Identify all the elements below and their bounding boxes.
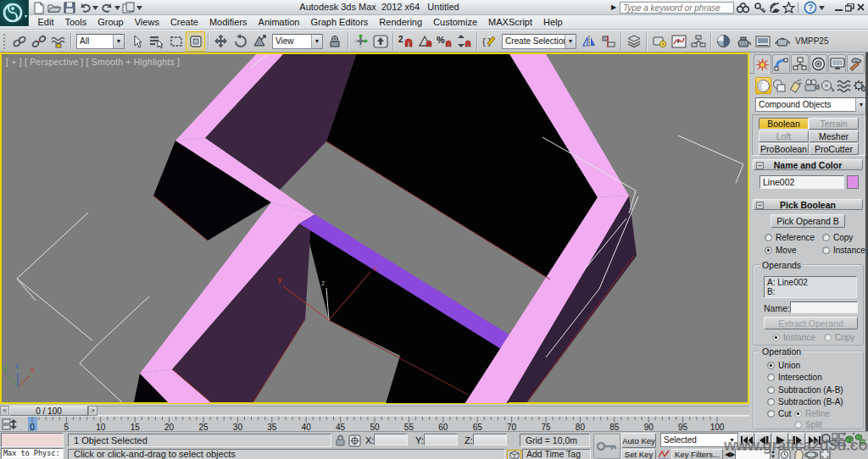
new-file-button[interactable]: [31, 1, 47, 14]
operands-list[interactable]: A: Line002B:: [764, 276, 857, 298]
radio-refine[interactable]: Refine: [794, 409, 830, 418]
select-and-link-button[interactable]: [9, 31, 29, 52]
time-slider-track[interactable]: [97, 406, 749, 416]
tab-utilities[interactable]: [847, 54, 865, 72]
x-coordinate-field[interactable]: [374, 434, 408, 445]
menu-edit[interactable]: Edit: [32, 15, 59, 30]
scene-switcher-button[interactable]: [121, 1, 136, 14]
use-pivot-center-button[interactable]: [326, 31, 345, 52]
select-and-move-button[interactable]: [211, 31, 231, 52]
tab-motion[interactable]: [810, 54, 827, 72]
operand-item[interactable]: B:: [767, 287, 854, 296]
radio-copy[interactable]: Copy: [824, 333, 854, 342]
track-bar-ruler[interactable]: 0510152025303540455055606570758085909510…: [22, 417, 749, 432]
snaps-toggle-button[interactable]: 2: [396, 31, 415, 52]
radio-instance[interactable]: Instance: [772, 333, 815, 342]
category-shapes[interactable]: [771, 77, 787, 94]
category-helpers[interactable]: [820, 77, 836, 94]
key-mode-toggle-button[interactable]: [593, 434, 620, 459]
menu-views[interactable]: Views: [129, 15, 164, 30]
menu-modifiers[interactable]: Modifiers: [203, 15, 253, 30]
tripod-x-axis[interactable]: [18, 376, 30, 387]
selection-filter-combo[interactable]: All▼: [76, 34, 125, 49]
extract-operand-button[interactable]: Extract Operand: [764, 317, 858, 329]
key-filters-button[interactable]: Key Filters...: [671, 449, 723, 459]
minimize-button[interactable]: [833, 1, 844, 14]
selection-lock-icon[interactable]: [334, 434, 347, 446]
toolbar-grip[interactable]: [3, 34, 8, 49]
operand-name-field[interactable]: [790, 301, 858, 313]
favorites-star-button[interactable]: [782, 1, 796, 14]
menu-rendering[interactable]: Rendering: [374, 15, 428, 30]
pick-operand-b-button[interactable]: Pick Operand B: [771, 214, 845, 228]
subcategory-dropdown[interactable]: Compound Objects ▼: [755, 97, 867, 112]
align-button[interactable]: [598, 31, 618, 52]
menu-customize[interactable]: Customize: [428, 15, 483, 30]
graphite-toolbar-button[interactable]: [649, 31, 669, 52]
maxscript-mini-listener[interactable]: Max to Physc:: [1, 448, 64, 459]
wall-middle-north-face[interactable]: [303, 219, 509, 403]
radio-copy[interactable]: Copy: [822, 233, 853, 242]
layer-manager-button[interactable]: [624, 31, 643, 52]
radio-move[interactable]: Move: [765, 246, 796, 255]
time-tag-cube-icon[interactable]: [507, 450, 521, 459]
search-input[interactable]: [620, 3, 733, 14]
select-object-button[interactable]: [127, 31, 147, 52]
close-button[interactable]: [855, 1, 866, 14]
absolute-mode-icon[interactable]: [348, 434, 361, 446]
radio-split[interactable]: Split: [794, 420, 821, 429]
object-type-procutter-button[interactable]: ProCutter: [809, 143, 859, 155]
rectangular-selection-region-button[interactable]: [166, 31, 186, 52]
auto-key-button[interactable]: Auto Key: [621, 433, 656, 448]
caret-down-icon[interactable]: [136, 6, 143, 10]
tab-create[interactable]: [754, 54, 771, 74]
object-type-mesher-button[interactable]: Mesher: [809, 130, 859, 142]
application-menu-button[interactable]: ▾: [0, 0, 29, 26]
previous-frame-button[interactable]: <: [0, 406, 9, 416]
radio-subtraction-a-b-[interactable]: Subtraction (A-B): [767, 385, 843, 395]
unlink-selection-button[interactable]: [29, 31, 48, 52]
radio-instance[interactable]: Instance: [822, 246, 865, 255]
caret-down-icon[interactable]: [92, 6, 99, 10]
set-key-button[interactable]: Set Key: [621, 449, 656, 459]
menu-group[interactable]: Group: [92, 15, 130, 30]
search-box[interactable]: [620, 2, 734, 14]
menu-tools[interactable]: Tools: [59, 15, 92, 30]
category-spacewarps[interactable]: [836, 77, 852, 94]
select-and-manipulate-button[interactable]: [351, 31, 370, 52]
time-slider-handle[interactable]: 0 / 100: [9, 406, 88, 416]
curve-editor-button[interactable]: [669, 31, 688, 52]
mirror-button[interactable]: [579, 31, 598, 52]
radio-reference[interactable]: Reference: [765, 233, 815, 242]
redo-button[interactable]: [99, 1, 114, 14]
keyshortcut-button[interactable]: [753, 1, 767, 14]
render-setup-button[interactable]: [733, 31, 753, 52]
menu-help[interactable]: Help: [538, 15, 569, 30]
object-type-proboolean-button[interactable]: ProBoolean: [759, 143, 809, 155]
window-crossing-button[interactable]: [186, 31, 205, 52]
key-filter-curve-icon[interactable]: [658, 449, 670, 459]
category-geometry[interactable]: [755, 77, 771, 94]
help-caret-icon[interactable]: [818, 1, 826, 14]
z-coordinate-field[interactable]: [473, 434, 507, 445]
add-time-tag[interactable]: Add Time Tag: [522, 449, 591, 459]
maxscript-mini-listener-macro[interactable]: [1, 433, 64, 447]
radio-cut[interactable]: Cut: [767, 409, 792, 418]
radio-subtraction-b-a-[interactable]: Subtraction (B-A): [767, 397, 843, 406]
reference-coordinate-combo[interactable]: View▼: [272, 34, 323, 49]
schematic-view-button[interactable]: [688, 31, 708, 52]
category-cameras[interactable]: [804, 77, 820, 94]
undo-button[interactable]: [77, 1, 92, 14]
restore-button[interactable]: [844, 1, 855, 14]
toolbar-label-vmpp25[interactable]: VMPP25: [792, 36, 832, 46]
tripod-y-axis[interactable]: [7, 374, 18, 387]
rendered-frame-window-button[interactable]: [753, 31, 772, 52]
infocenter-arrow-icon[interactable]: ▶: [611, 3, 616, 11]
radio-intersection[interactable]: Intersection: [767, 373, 822, 382]
communication-center-button[interactable]: [768, 1, 782, 14]
tab-display[interactable]: [828, 54, 846, 72]
edit-named-selection-sets-button[interactable]: { }: [480, 31, 499, 52]
object-type-boolean-button[interactable]: Boolean: [759, 118, 809, 130]
rollout-header-name-and-color[interactable]: − Name and Color: [753, 159, 863, 170]
viewport-label[interactable]: [ + ] [ Perspective ] [ Smooth + Highlig…: [6, 57, 180, 67]
